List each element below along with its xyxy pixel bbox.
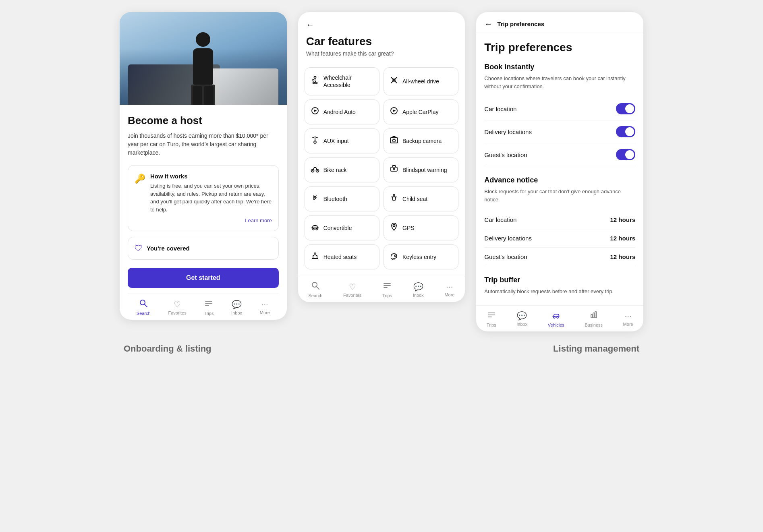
get-started-button[interactable]: Get started — [128, 268, 279, 288]
s3-nav-inbox[interactable]: 💬 Inbox — [516, 311, 527, 327]
s2-nav-more[interactable]: ··· More — [444, 282, 454, 297]
heart-icon: ♡ — [174, 300, 181, 309]
feature-child-seat[interactable]: Child seat — [384, 186, 458, 211]
car-location-value-label: Car location — [484, 216, 516, 223]
covered-card: 🛡 You're covered — [128, 237, 279, 260]
svg-rect-31 — [595, 312, 597, 318]
feature-label-bluetooth: Bluetooth — [323, 195, 347, 203]
back-button-s2[interactable]: ← — [306, 20, 314, 29]
s2-trips-icon — [383, 281, 392, 292]
trip-buffer-section: Trip buffer Automatically block requests… — [484, 276, 635, 296]
s2-nav-inbox[interactable]: 💬 Inbox — [413, 282, 424, 298]
car-location-toggle[interactable] — [616, 103, 635, 114]
feature-label-child-seat: Child seat — [402, 195, 427, 203]
car-location-value-row[interactable]: Car location 12 hours — [484, 211, 635, 229]
trip-buffer-title: Trip buffer — [484, 276, 635, 284]
how-it-works-title: How It works — [150, 173, 272, 180]
nav-inbox[interactable]: 💬 Inbox — [231, 300, 242, 315]
s3-nav-business[interactable]: Business — [585, 311, 603, 327]
book-instantly-title: Book instantly — [484, 63, 635, 71]
guest-location-value-row[interactable]: Guest's location 12 hours — [484, 248, 635, 266]
feature-label-backup-camera: Backup camera — [402, 137, 442, 145]
more-icon: ··· — [261, 300, 268, 309]
feature-gps[interactable]: GPS — [384, 215, 458, 240]
awd-icon — [390, 76, 398, 87]
s2-nav-search[interactable]: Search — [309, 281, 323, 298]
s3-nav-vehicles-label: Vehicles — [548, 323, 564, 327]
svg-point-22 — [316, 228, 317, 230]
svg-rect-30 — [593, 313, 595, 318]
s2-nav-search-label: Search — [309, 293, 323, 298]
feature-awd[interactable]: All-wheel drive — [384, 67, 458, 95]
feature-label-convertible: Convertible — [323, 224, 352, 232]
android-auto-icon — [311, 106, 319, 118]
feature-label-carplay: Apple CarPlay — [402, 108, 439, 116]
svg-point-15 — [393, 139, 396, 142]
guest-location-toggle[interactable] — [616, 149, 635, 160]
screen-car-features: ← Car features What features make this c… — [298, 12, 465, 302]
learn-more-link[interactable]: Learn more — [150, 217, 272, 224]
svg-point-25 — [312, 282, 317, 287]
hero-image — [120, 12, 287, 105]
child-seat-icon — [390, 193, 398, 205]
s2-nav-favorites[interactable]: ♡ Favorites — [343, 282, 361, 298]
screen1-nav: Search ♡ Favorites Trips 💬 Inbox — [128, 294, 279, 320]
covered-title: You're covered — [147, 245, 190, 252]
s2-nav-trips[interactable]: Trips — [382, 281, 392, 298]
blindspot-icon — [390, 164, 398, 176]
screen3-header: ← Trip preferences — [476, 12, 643, 33]
svg-line-26 — [317, 287, 319, 289]
feature-bluetooth[interactable]: Bluetooth — [305, 186, 379, 211]
feature-android-auto[interactable]: Android Auto — [305, 99, 379, 124]
nav-inbox-label: Inbox — [231, 311, 242, 315]
nav-trips-label: Trips — [204, 311, 214, 316]
svg-point-0 — [140, 300, 145, 305]
feature-wheelchair[interactable]: Wheelchair Accessible — [305, 67, 379, 95]
back-button-s3[interactable]: ← — [484, 19, 492, 29]
bottom-label-right: Listing management — [467, 344, 639, 354]
nav-trips[interactable]: Trips — [204, 299, 214, 316]
covered-icon: 🛡 — [135, 244, 143, 253]
feature-label-blindspot: Blindspot warning — [402, 166, 447, 174]
feature-heated-seats[interactable]: Heated seats — [305, 244, 379, 269]
nav-more[interactable]: ··· More — [260, 300, 270, 315]
s3-nav-more[interactable]: ··· More — [623, 311, 633, 327]
feature-backup-camera[interactable]: Backup camera — [384, 128, 458, 153]
screen-onboarding: Become a host Join thousands of hosts ea… — [120, 12, 287, 320]
nav-search[interactable]: Search — [137, 299, 151, 316]
aux-icon — [311, 135, 319, 147]
screen1-title: Become a host — [128, 114, 279, 127]
convertible-icon — [311, 222, 319, 234]
svg-point-28 — [557, 317, 558, 318]
s3-nav-trips[interactable]: Trips — [487, 311, 496, 327]
delivery-locations-value-label: Delivery locations — [484, 235, 532, 242]
car-location-toggle-label: Car location — [484, 106, 516, 112]
screen3-body: Trip preferences Book instantly Choose l… — [476, 33, 643, 296]
advance-notice-title: Advance notice — [484, 176, 635, 184]
delivery-locations-toggle[interactable] — [616, 126, 635, 137]
feature-label-heated-seats: Heated seats — [323, 253, 357, 261]
s3-nav-vehicles[interactable]: Vehicles — [548, 311, 564, 327]
screen3-page-title: Trip preferences — [484, 41, 635, 54]
feature-carplay[interactable]: Apple CarPlay — [384, 99, 458, 124]
s2-search-icon — [311, 281, 320, 292]
feature-aux[interactable]: AUX input — [305, 128, 379, 153]
delivery-locations-value: 12 hours — [610, 235, 635, 242]
wheelchair-icon — [311, 76, 319, 87]
book-instantly-desc: Choose locations where travelers can boo… — [484, 75, 635, 90]
feature-keyless[interactable]: Keyless entry — [384, 244, 458, 269]
nav-favorites[interactable]: ♡ Favorites — [168, 300, 186, 315]
feature-label-keyless: Keyless entry — [402, 253, 436, 261]
nav-favorites-label: Favorites — [168, 311, 186, 315]
feature-label-gps: GPS — [402, 224, 415, 232]
delivery-locations-value-row[interactable]: Delivery locations 12 hours — [484, 229, 635, 248]
s3-nav-trips-label: Trips — [487, 323, 496, 327]
svg-point-3 — [313, 82, 314, 84]
feature-bike-rack[interactable]: Bike rack — [305, 157, 379, 182]
feature-blindspot[interactable]: Blindspot warning — [384, 157, 458, 182]
s2-nav-more-label: More — [444, 292, 454, 297]
feature-convertible[interactable]: Convertible — [305, 215, 379, 240]
screen1-description: Join thousands of hosts earning more tha… — [128, 132, 279, 157]
svg-marker-9 — [393, 110, 396, 112]
screen3-nav: Trips 💬 Inbox Vehicles Business ··· M — [476, 305, 643, 331]
